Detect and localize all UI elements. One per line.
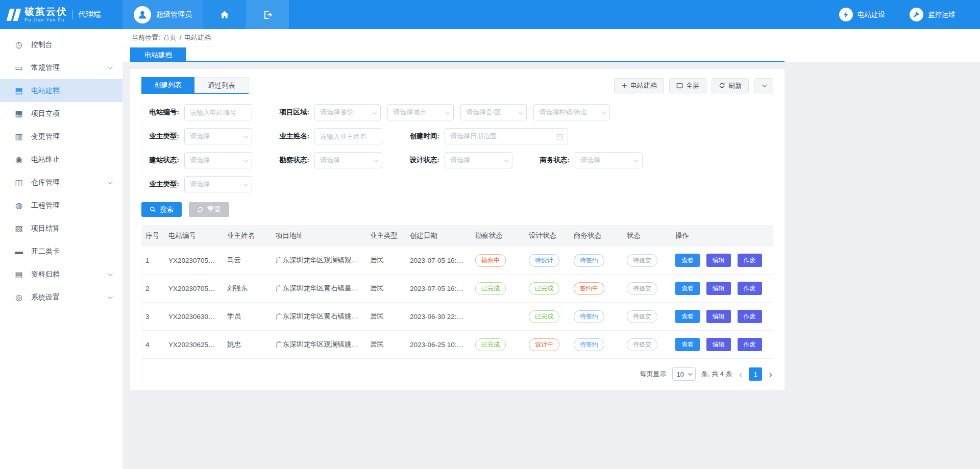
- search-button[interactable]: 搜索: [141, 202, 182, 217]
- chevron-down-icon: [688, 371, 692, 375]
- home-button[interactable]: [203, 0, 246, 29]
- sidebar-item-archives[interactable]: ▤ 资料归档: [0, 263, 122, 286]
- settings-icon: ◎: [13, 292, 24, 302]
- business-status-select[interactable]: 请选择: [575, 152, 643, 168]
- chevron-down-icon: [243, 181, 249, 186]
- breadcrumb-label: 当前位置:: [132, 33, 160, 42]
- col-design-status: 设计状态: [525, 225, 570, 246]
- user-name: 超级管理员: [156, 10, 192, 19]
- edit-button[interactable]: 编辑: [706, 338, 731, 351]
- prev-page-button[interactable]: ‹: [738, 369, 744, 379]
- sidebar-item-project-initiation[interactable]: ▦ 项目立项: [0, 102, 122, 125]
- sidebar-item-general-management[interactable]: ▭ 常规管理: [0, 56, 122, 79]
- logout-icon: [262, 10, 273, 20]
- survey-status-label: 勘察状态:: [272, 156, 309, 165]
- edit-button[interactable]: 编辑: [706, 282, 731, 295]
- build-status-select[interactable]: 请选择: [184, 152, 252, 168]
- dashboard-icon: ◷: [13, 40, 24, 50]
- per-page-label: 每页显示: [640, 369, 667, 379]
- reset-button[interactable]: 重置: [189, 202, 229, 217]
- view-button[interactable]: 查看: [675, 310, 700, 323]
- page-number[interactable]: 1: [749, 367, 762, 381]
- city-select[interactable]: 请选择城市: [387, 104, 454, 120]
- sidebar-item-engineering-management[interactable]: ◍ 工程管理: [0, 194, 122, 217]
- chevron-down-icon: [634, 157, 639, 162]
- breadcrumb-home[interactable]: 首页: [163, 33, 177, 42]
- business-status-badge: 待签约: [574, 254, 604, 267]
- business-status-badge: 待签约: [574, 338, 604, 351]
- owner-name-input[interactable]: [314, 128, 382, 144]
- sidebar-item-station-filing[interactable]: ▤ 电站建档: [0, 79, 122, 102]
- logout-button[interactable]: [246, 0, 289, 29]
- void-button[interactable]: 作废: [738, 254, 762, 267]
- brand-title: 破茧云伏: [24, 7, 67, 17]
- station-code-input[interactable]: [184, 104, 252, 120]
- sidebar-item-station-termination[interactable]: ◉ 电站终止: [0, 148, 122, 171]
- col-no: 序号: [141, 225, 164, 246]
- lightning-icon: [839, 8, 853, 21]
- tab-create-list[interactable]: 创建列表: [141, 77, 194, 93]
- archive-icon: ▤: [13, 269, 24, 279]
- owner-type-label: 业主类型:: [141, 132, 179, 141]
- chevron-down-icon: [108, 179, 113, 184]
- refresh-button[interactable]: 刷新: [712, 78, 749, 93]
- table-row: 1 YX2023070500011 马云 广东深圳龙华区观澜镇观湖路... 居民…: [141, 246, 773, 275]
- void-button[interactable]: 作废: [738, 338, 762, 351]
- town-select[interactable]: 请选择村镇/街道: [533, 104, 610, 120]
- edit-button[interactable]: 编辑: [706, 254, 731, 267]
- page-tab-station-filing[interactable]: 电站建档: [130, 47, 186, 62]
- view-button[interactable]: 查看: [675, 282, 700, 295]
- per-page-select[interactable]: 10: [672, 367, 696, 381]
- next-page-button[interactable]: ›: [768, 369, 773, 379]
- nav-label: 监控运维: [928, 10, 955, 19]
- survey-status-select[interactable]: 请选择: [314, 152, 382, 168]
- owner-type-select[interactable]: 请选择: [184, 128, 252, 144]
- sidebar-item-change-management[interactable]: ▥ 变更管理: [0, 125, 122, 148]
- survey-status-badge: 已完成: [475, 338, 506, 351]
- county-select[interactable]: 请选择县/区: [460, 104, 527, 120]
- date-range-input[interactable]: 请选择日期范围: [445, 128, 568, 144]
- col-status: 状态: [623, 225, 671, 246]
- copy-icon: ▥: [13, 132, 24, 141]
- fullscreen-button[interactable]: 全屏: [669, 78, 706, 93]
- plus-icon: [621, 83, 627, 89]
- void-button[interactable]: 作废: [738, 282, 762, 295]
- design-status-select[interactable]: 请选择: [445, 152, 512, 168]
- tab-passed-list[interactable]: 通过列表: [194, 77, 249, 93]
- sidebar: ◷ 控制台 ▭ 常规管理 ▤ 电站建档 ▦ 项目立项 ▥ 变更管理 ◉ 电站终止…: [0, 29, 122, 469]
- view-button[interactable]: 查看: [675, 254, 700, 267]
- chevron-down-icon: [108, 271, 113, 276]
- station-code-label: 电站编号:: [141, 108, 179, 117]
- sidebar-item-project-settlement[interactable]: ▧ 项目结算: [0, 217, 122, 240]
- collapse-toolbar-button[interactable]: [754, 78, 773, 93]
- chevron-down-icon: [372, 109, 377, 114]
- nav-station-construction[interactable]: 电站建设: [839, 8, 885, 21]
- design-status-badge: 已完成: [529, 310, 559, 323]
- sidebar-item-warehouse-management[interactable]: ◫ 仓库管理: [0, 171, 122, 194]
- province-select[interactable]: 请选择省份: [314, 104, 381, 120]
- box-icon: ▦: [13, 109, 24, 118]
- sidebar-item-type2-card[interactable]: ▬ 开二类卡: [0, 240, 122, 263]
- owner-type2-select[interactable]: 请选择: [184, 176, 252, 192]
- design-status-badge: 待设计: [529, 254, 559, 267]
- avatar: [134, 6, 151, 23]
- nav-monitoring-ops[interactable]: 监控运维: [910, 8, 955, 21]
- sidebar-item-console[interactable]: ◷ 控制台: [0, 33, 122, 56]
- business-status-badge: 待签约: [574, 310, 604, 323]
- view-button[interactable]: 查看: [675, 338, 700, 351]
- sidebar-item-system-settings[interactable]: ◎ 系统设置: [0, 286, 122, 309]
- owner-type2-label: 业主类型:: [141, 180, 179, 189]
- void-button[interactable]: 作废: [738, 310, 762, 323]
- chevron-down-icon: [518, 109, 523, 114]
- document-icon: ▤: [13, 86, 24, 95]
- status-badge: 待提交: [627, 310, 657, 323]
- calculator-icon: ▧: [13, 224, 24, 233]
- user-menu[interactable]: 超级管理员: [122, 0, 203, 29]
- chevron-down-icon: [445, 109, 450, 114]
- col-owner-name: 业主姓名: [223, 225, 272, 246]
- design-status-badge: 设计中: [529, 338, 559, 351]
- tabstrip-underline: [130, 61, 785, 62]
- create-station-button[interactable]: 电站建档: [614, 78, 664, 93]
- col-business-status: 商务状态: [570, 225, 623, 246]
- edit-button[interactable]: 编辑: [706, 310, 731, 323]
